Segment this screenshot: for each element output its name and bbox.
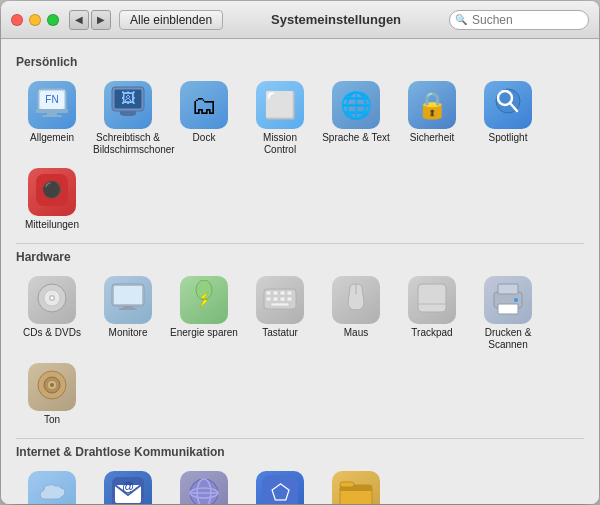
sicherheit-icon: 🔒 bbox=[408, 81, 456, 129]
schreibtisch-label: Schreibtisch & Bildschirmschoner bbox=[93, 132, 163, 156]
icon-item-drucker[interactable]: Drucken & Scannen bbox=[472, 272, 544, 355]
allgemein-icon: FN bbox=[28, 81, 76, 129]
svg-text:@: @ bbox=[122, 480, 134, 494]
maximize-button[interactable] bbox=[47, 14, 59, 26]
maus-icon bbox=[332, 276, 380, 324]
sicherheit-label: Sicherheit bbox=[410, 132, 454, 144]
icon-item-sprache[interactable]: 🌐Sprache & Text bbox=[320, 77, 392, 160]
dock-label: Dock bbox=[193, 132, 216, 144]
section-grid-hardware: CDs & DVDsMonitoreEnergie sparenTastatur… bbox=[16, 272, 584, 430]
svg-rect-3 bbox=[42, 115, 62, 117]
titlebar: ◀ ▶ Alle einblenden Systemeinstellungen bbox=[1, 1, 599, 39]
back-button[interactable]: ◀ bbox=[69, 10, 89, 30]
icon-item-mitteilungen[interactable]: ⚫Mitteilungen bbox=[16, 164, 88, 235]
search-wrapper bbox=[449, 10, 589, 30]
section-title-hardware: Hardware bbox=[16, 250, 584, 264]
svg-rect-31 bbox=[273, 291, 278, 295]
svg-text:FN: FN bbox=[45, 94, 58, 105]
section-title-internet: Internet & Drahtlose Kommunikation bbox=[16, 445, 584, 459]
window-title: Systemeinstellungen bbox=[223, 12, 449, 27]
mission-label: Mission Control bbox=[246, 132, 314, 156]
ton-icon bbox=[28, 363, 76, 411]
mission-icon: ⬜ bbox=[256, 81, 304, 129]
icon-item-mail[interactable]: @Mail, Kontakte & Kalender bbox=[92, 467, 164, 504]
mitteilungen-label: Mitteilungen bbox=[25, 219, 79, 231]
spotlight-icon bbox=[484, 81, 532, 129]
trackpad-label: Trackpad bbox=[411, 327, 452, 339]
svg-text:⚫: ⚫ bbox=[42, 180, 62, 199]
cds-label: CDs & DVDs bbox=[23, 327, 81, 339]
icon-item-allgemein[interactable]: FNAllgemein bbox=[16, 77, 88, 160]
svg-point-45 bbox=[514, 298, 518, 302]
icon-item-icloud[interactable]: iCloud bbox=[16, 467, 88, 504]
energie-icon bbox=[180, 276, 228, 324]
svg-rect-26 bbox=[119, 308, 137, 310]
svg-point-49 bbox=[50, 383, 54, 387]
minimize-button[interactable] bbox=[29, 14, 41, 26]
monitore-label: Monitore bbox=[109, 327, 148, 339]
energie-label: Energie sparen bbox=[170, 327, 238, 339]
schreibtisch-icon: 🖼 bbox=[104, 81, 152, 129]
show-all-button[interactable]: Alle einblenden bbox=[119, 10, 223, 30]
icon-item-maus[interactable]: Maus bbox=[320, 272, 392, 355]
section-title-persoenlich: Persönlich bbox=[16, 55, 584, 69]
netzwerk-icon bbox=[180, 471, 228, 504]
search-input[interactable] bbox=[449, 10, 589, 30]
allgemein-label: Allgemein bbox=[30, 132, 74, 144]
svg-rect-33 bbox=[287, 291, 292, 295]
svg-rect-35 bbox=[273, 297, 278, 301]
icon-item-freigaben[interactable]: Freigaben bbox=[320, 467, 392, 504]
svg-rect-44 bbox=[498, 304, 518, 314]
icon-item-monitore[interactable]: Monitore bbox=[92, 272, 164, 355]
sprache-icon: 🌐 bbox=[332, 81, 380, 129]
svg-rect-12 bbox=[122, 114, 134, 116]
svg-rect-37 bbox=[287, 297, 292, 301]
icon-item-schreibtisch[interactable]: 🖼Schreibtisch & Bildschirmschoner bbox=[92, 77, 164, 160]
close-button[interactable] bbox=[11, 14, 23, 26]
svg-text:⬠: ⬠ bbox=[271, 480, 290, 504]
svg-rect-34 bbox=[266, 297, 271, 301]
content-area: PersönlichFNAllgemein🖼Schreibtisch & Bil… bbox=[1, 39, 599, 504]
maus-label: Maus bbox=[344, 327, 368, 339]
traffic-lights bbox=[11, 14, 59, 26]
svg-rect-38 bbox=[271, 303, 289, 306]
icloud-icon bbox=[28, 471, 76, 504]
tastatur-icon bbox=[256, 276, 304, 324]
freigaben-icon bbox=[332, 471, 380, 504]
icon-item-netzwerk[interactable]: Netzwerk bbox=[168, 467, 240, 504]
icon-item-spotlight[interactable]: Spotlight bbox=[472, 77, 544, 160]
svg-text:🖼: 🖼 bbox=[121, 90, 135, 106]
section-grid-internet: iCloud@Mail, Kontakte & KalenderNetzwerk… bbox=[16, 467, 584, 504]
icon-item-sicherheit[interactable]: 🔒Sicherheit bbox=[396, 77, 468, 160]
icon-item-tastatur[interactable]: Tastatur bbox=[244, 272, 316, 355]
svg-rect-24 bbox=[114, 286, 142, 304]
bluetooth-icon: ⬠ bbox=[256, 471, 304, 504]
svg-rect-43 bbox=[498, 284, 518, 294]
trackpad-icon bbox=[408, 276, 456, 324]
mitteilungen-icon: ⚫ bbox=[28, 168, 76, 216]
tastatur-label: Tastatur bbox=[262, 327, 298, 339]
nav-buttons: ◀ ▶ bbox=[69, 10, 111, 30]
svg-rect-36 bbox=[280, 297, 285, 301]
drucker-icon bbox=[484, 276, 532, 324]
icon-item-trackpad[interactable]: Trackpad bbox=[396, 272, 468, 355]
dock-icon: 🗂 bbox=[180, 81, 228, 129]
icon-item-bluetooth[interactable]: ⬠Bluetooth bbox=[244, 467, 316, 504]
mail-icon: @ bbox=[104, 471, 152, 504]
main-window: ◀ ▶ Alle einblenden Systemeinstellungen … bbox=[1, 1, 599, 504]
svg-point-53 bbox=[190, 479, 218, 504]
svg-point-22 bbox=[51, 297, 54, 300]
cds-icon bbox=[28, 276, 76, 324]
icon-item-cds[interactable]: CDs & DVDs bbox=[16, 272, 88, 355]
forward-button[interactable]: ▶ bbox=[91, 10, 111, 30]
monitore-icon bbox=[104, 276, 152, 324]
svg-rect-61 bbox=[340, 482, 354, 487]
icon-item-dock[interactable]: 🗂Dock bbox=[168, 77, 240, 160]
section-grid-persoenlich: FNAllgemein🖼Schreibtisch & Bildschirmsch… bbox=[16, 77, 584, 235]
ton-label: Ton bbox=[44, 414, 60, 426]
icon-item-ton[interactable]: Ton bbox=[16, 359, 88, 430]
spotlight-label: Spotlight bbox=[489, 132, 528, 144]
icon-item-mission[interactable]: ⬜Mission Control bbox=[244, 77, 316, 160]
drucker-label: Drucken & Scannen bbox=[474, 327, 542, 351]
icon-item-energie[interactable]: Energie sparen bbox=[168, 272, 240, 355]
